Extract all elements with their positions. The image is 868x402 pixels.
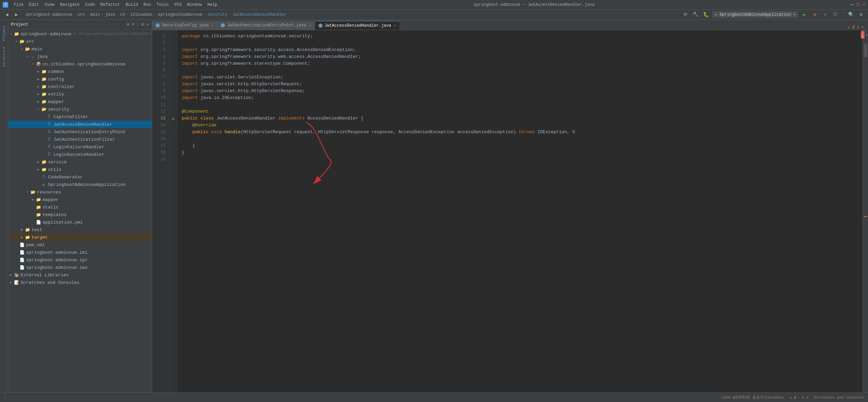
tree-item-src[interactable]: ▾ 📂 src xyxy=(8,38,152,45)
breadcrumb-part-4[interactable]: cn xyxy=(120,12,125,17)
menu-refactor[interactable]: Refactor xyxy=(98,2,123,8)
arrow-extlibs: ▶ xyxy=(8,272,14,278)
run-config[interactable]: ▶ SpringbootAdminvueApplication ▾ xyxy=(712,11,798,18)
gutter-18 xyxy=(169,149,178,156)
run-btn[interactable]: ▶ xyxy=(800,11,809,19)
code-editor[interactable]: 1 2 3 4 5 6 7 8 9 10 11 12 13 14 15 16 1 xyxy=(152,30,868,392)
sidebar-add-btn[interactable]: ⊕ xyxy=(126,22,129,27)
tab-jwtentrypoint[interactable]: JwtAuthenticationEntryPoint.java ✕ xyxy=(217,21,315,30)
ln-16: 16 xyxy=(152,136,169,142)
breadcrumb-part-7[interactable]: security xyxy=(207,12,227,17)
tree-item-root[interactable]: ▾ 📁 springboot-adminvue D:\ProgramWorkSp… xyxy=(8,30,152,38)
maximize-btn[interactable]: □ xyxy=(857,2,859,8)
iws-icon: 📄 xyxy=(19,265,25,270)
tree-item-captchafilter[interactable]: C CaptchaFilter xyxy=(8,113,152,121)
menu-view[interactable]: View xyxy=(42,2,57,8)
profile-btn[interactable]: ⚡ xyxy=(821,11,829,19)
menu-tools[interactable]: Tools xyxy=(154,2,171,8)
breadcrumb-part-8[interactable]: JwtAccessDeniedHandler xyxy=(232,12,287,17)
sidebar-close-btn[interactable]: ✕ xyxy=(146,22,149,27)
tab-jwtaccessdenied[interactable]: JwtAccessDeniedHandler.java ✕ xyxy=(315,21,400,30)
gutter-19 xyxy=(169,156,178,163)
tree-item-java[interactable]: ▾ ☕ java xyxy=(8,53,152,60)
search-btn[interactable]: 🔍 xyxy=(847,11,855,19)
tree-item-jwtauthfilter[interactable]: C JwtAuthenticationFilter xyxy=(8,136,152,143)
sidebar-settings-btn[interactable]: ⚙ xyxy=(141,22,144,27)
menu-file[interactable]: File xyxy=(11,2,26,8)
menu-build[interactable]: Build xyxy=(123,2,141,8)
breadcrumb-part-6[interactable]: springbootadminvue xyxy=(158,12,203,17)
tree-item-mapper[interactable]: ▶ 📁 mapper xyxy=(8,98,152,105)
tree-item-yaml[interactable]: 📄 application.yml xyxy=(8,218,152,226)
code-line-5: import org.springframework.stereotype.Co… xyxy=(182,60,863,67)
tree-item-controller[interactable]: ▶ 📁 controller xyxy=(8,83,152,90)
coverage-btn[interactable]: 🛡 xyxy=(831,11,840,19)
scrollbar-thumb[interactable] xyxy=(864,43,867,57)
sidebar-collapse-btn[interactable]: ≡ xyxy=(131,22,134,27)
tree-item-jwtaccessdeniedhandler[interactable]: C JwtAccessDeniedHandler xyxy=(8,121,152,128)
minimize-btn[interactable]: — xyxy=(851,2,854,8)
breadcrumb-part-5[interactable]: itbluebox xyxy=(130,12,153,17)
tree-item-ipr[interactable]: 📄 springboot-adminvue.ipr xyxy=(8,256,152,264)
tree-item-extlibs[interactable]: ▶ 📚 External Libraries xyxy=(8,271,152,279)
codegenerator-icon: C xyxy=(41,174,47,180)
sync-btn[interactable]: ⟳ xyxy=(682,11,690,19)
tree-item-package[interactable]: ▾ 📦 cn.itbluebox.springbootadminvue xyxy=(8,60,152,68)
tab-securityconfig-close[interactable]: ✕ xyxy=(212,23,214,28)
breadcrumb-part-3[interactable]: java xyxy=(105,12,115,17)
tree-item-security[interactable]: ▾ 📂 security xyxy=(8,105,152,113)
tree-item-mapper-res[interactable]: ▶ 📁 mapper xyxy=(8,196,152,203)
tree-item-loginsuccess[interactable]: C LoginSuccessHandler xyxy=(8,151,152,158)
sidebar-header: Project ⊕ ≡ ↕ ⚙ ✕ xyxy=(8,20,152,29)
code-content[interactable]: package cn.itbluebox.springbootadminvue.… xyxy=(178,30,863,392)
menu-run[interactable]: Run xyxy=(141,2,154,8)
breadcrumb-part-1[interactable]: src xyxy=(77,12,85,17)
tree-item-target[interactable]: ▶ 📁 target xyxy=(8,234,152,241)
sidebar-sort-btn[interactable]: ↕ xyxy=(136,22,139,27)
tree-item-resources[interactable]: ▾ 📂 resources xyxy=(8,188,152,196)
tree-item-common[interactable]: ▶ 📁 common xyxy=(8,68,152,75)
menu-vcs[interactable]: VCS xyxy=(171,2,184,8)
tree-item-test[interactable]: ▶ 📁 test xyxy=(8,226,152,234)
debug-run-btn[interactable]: ⚙ xyxy=(811,11,819,19)
build-btn[interactable]: 🔨 xyxy=(692,11,700,19)
tree-item-static[interactable]: 📁 static xyxy=(8,203,152,211)
tree-item-utils[interactable]: ▶ 📁 utils xyxy=(8,166,152,173)
menu-help[interactable]: Help xyxy=(205,2,220,8)
tree-item-iws[interactable]: 📄 springboot-adminvue.iws xyxy=(8,264,152,271)
tree-item-scratches[interactable]: ▶ 📝 Scratches and Consoles xyxy=(8,279,152,286)
tree-item-app-class[interactable]: ▶ SpringbootAdminvueApplication xyxy=(8,181,152,188)
debug-btn[interactable]: 🐛 xyxy=(702,11,710,19)
tree-item-config[interactable]: ▶ 📁 config xyxy=(8,75,152,83)
breadcrumb-part-2[interactable]: main xyxy=(90,12,100,17)
back-btn[interactable]: ◀ xyxy=(3,11,11,19)
tree-item-iml[interactable]: 📄 springboot-adminvue.iml xyxy=(8,249,152,256)
breadcrumb-part-0[interactable]: springboot-adminvue xyxy=(25,12,72,17)
tab-jwtaccessdenied-close[interactable]: ✕ xyxy=(394,23,396,28)
tab-securityconfig-label: SecurityConfig.java xyxy=(162,23,209,28)
tree-item-templates[interactable]: 📁 templates xyxy=(8,211,152,218)
menu-edit[interactable]: Edit xyxy=(26,2,42,8)
tree-item-loginfailure[interactable]: C LoginFailureHandler xyxy=(8,143,152,151)
arrow-resources: ▾ xyxy=(25,189,30,195)
structure-tab[interactable]: Structure xyxy=(1,44,8,70)
forward-btn[interactable]: ▶ xyxy=(12,11,21,19)
menu-navigate[interactable]: Navigate xyxy=(57,2,82,8)
menu-window[interactable]: Window xyxy=(184,2,205,8)
tree-item-entity[interactable]: ▶ 📁 entity xyxy=(8,90,152,98)
tree-item-service[interactable]: ▶ 📁 service xyxy=(8,158,152,166)
tree-item-jwtathetication-entry[interactable]: C JwtAuthenticationEntryPoint xyxy=(8,128,152,136)
settings-btn[interactable]: ⚙ xyxy=(857,11,865,19)
scrollbar-track[interactable] xyxy=(864,40,868,392)
tree-item-codegenerator[interactable]: C CodeGenerator xyxy=(8,173,152,181)
project-tab[interactable]: Project xyxy=(1,23,8,44)
arrow-common: ▶ xyxy=(36,69,41,74)
scratches-label[interactable]: Scratches and Consoles xyxy=(814,395,864,400)
tree-item-pom[interactable]: 📄 pom.xml xyxy=(8,241,152,249)
code-line-7: import javax.servlet.ServletException; xyxy=(182,74,863,81)
tab-jwtentrypoint-close[interactable]: ✕ xyxy=(309,23,311,28)
close-btn[interactable]: ✕ xyxy=(863,2,865,8)
tree-item-main[interactable]: ▾ 📂 main xyxy=(8,45,152,53)
tab-securityconfig[interactable]: SecurityConfig.java ✕ xyxy=(152,21,217,30)
menu-code[interactable]: Code xyxy=(82,2,98,8)
